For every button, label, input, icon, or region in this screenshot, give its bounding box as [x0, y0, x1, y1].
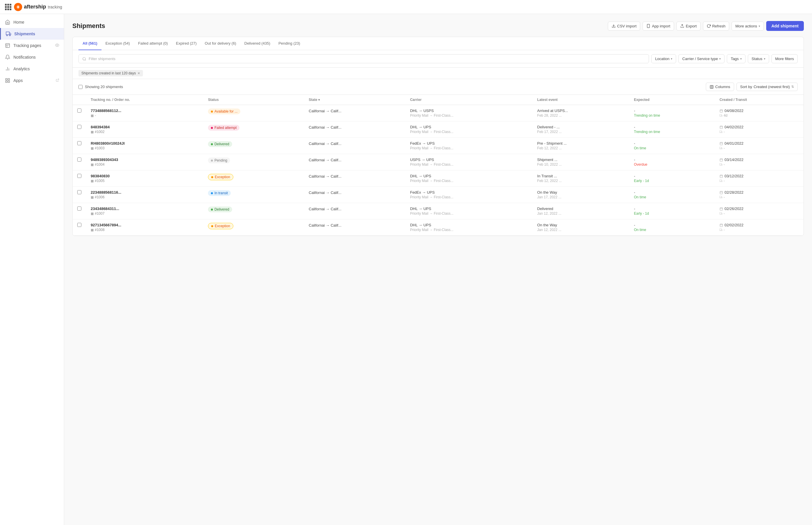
- order-icon: ▦: [91, 130, 94, 134]
- svg-rect-38: [720, 131, 721, 132]
- export-button[interactable]: Export: [676, 21, 701, 31]
- sort-label: Sort by: [740, 85, 752, 89]
- expected-sub: Early - 1d: [634, 179, 710, 183]
- row-checkbox[interactable]: [77, 190, 81, 194]
- tags-filter-button[interactable]: Tags ▾: [727, 54, 745, 63]
- svg-point-88: [720, 230, 720, 231]
- location-filter-button[interactable]: Location ▾: [651, 54, 676, 63]
- status-cell: Exception: [203, 219, 304, 236]
- page-title: Shipments: [72, 22, 105, 30]
- svg-point-40: [720, 132, 720, 133]
- active-filters-row: Shipments created in last 120 days ×: [73, 68, 803, 79]
- row-checkbox[interactable]: [77, 207, 81, 211]
- table-row[interactable]: 848394384 ▦ #1002 Failed attempt Califor…: [73, 121, 803, 138]
- add-shipment-button[interactable]: Add shipment: [766, 21, 804, 31]
- svg-rect-14: [8, 81, 10, 82]
- table-row[interactable]: 9271345667894... ▦ #1008 Exception Calif…: [73, 219, 803, 236]
- columns-button[interactable]: Columns: [706, 82, 734, 91]
- table-row[interactable]: 7734888568112... ▦ - Available for ... C…: [73, 105, 803, 121]
- carrier-sub: Priority Mail → First-Class...: [410, 211, 528, 215]
- active-filter-close-button[interactable]: ×: [138, 71, 140, 75]
- calendar-icon: [720, 191, 723, 194]
- created-cell: 04/08/2022 4d: [715, 105, 803, 121]
- csv-import-button[interactable]: CSV import: [608, 21, 640, 31]
- row-checkbox[interactable]: [77, 158, 81, 162]
- eye-icon: [55, 43, 59, 48]
- sort-button[interactable]: Sort by Created (newest first) ⇅: [736, 82, 798, 91]
- status-badge: Delivered: [208, 141, 232, 147]
- status-filter-button[interactable]: Status ▾: [748, 54, 769, 63]
- tab-all[interactable]: All (561): [78, 37, 102, 50]
- apps-icon: [5, 78, 11, 84]
- tab-exception[interactable]: Exception (54): [102, 37, 134, 50]
- carrier-main: USPS → UPS: [410, 158, 528, 162]
- row-checkbox-cell: [73, 219, 86, 236]
- carrier-service-filter-button[interactable]: Carrier / Service type ▾: [678, 54, 724, 63]
- row-checkbox-cell: [73, 203, 86, 219]
- status-cell: Available for ...: [203, 105, 304, 121]
- row-checkbox[interactable]: [77, 141, 81, 145]
- row-checkbox[interactable]: [77, 223, 81, 227]
- tab-pending[interactable]: Pending (23): [274, 37, 304, 50]
- order-number: ▦ #1003: [91, 146, 199, 150]
- tracking-pages-icon: [5, 43, 11, 48]
- row-checkbox[interactable]: [77, 108, 81, 112]
- active-filter-tag: Shipments created in last 120 days ×: [78, 70, 143, 76]
- carrier-cell: DHL → UPS Priority Mail → First-Class...: [405, 121, 532, 138]
- tab-out-delivery[interactable]: Out for delivery (6): [201, 37, 240, 50]
- svg-point-49: [722, 149, 722, 149]
- sidebar-item-home[interactable]: Home: [0, 16, 64, 28]
- carrier-cell: FedEx → UPS Priority Mail → First-Class.…: [405, 138, 532, 154]
- state-text: Californai → Calif...: [309, 223, 342, 227]
- col-header-state[interactable]: State ▾: [304, 95, 405, 105]
- location-chevron-icon: ▾: [671, 57, 672, 60]
- created-date: 03/12/2022: [720, 174, 799, 178]
- status-badge: Pending: [208, 158, 230, 163]
- svg-rect-70: [720, 196, 721, 197]
- row-checkbox[interactable]: [77, 174, 81, 178]
- sidebar-item-shipments[interactable]: Shipments: [0, 28, 64, 40]
- tab-delivered[interactable]: Delivered (435): [240, 37, 274, 50]
- table-row[interactable]: 2234888568116... ▦ #1006 In transit Cali…: [73, 187, 803, 203]
- table-row[interactable]: 234348684311... ▦ #1007 Delivered Califo…: [73, 203, 803, 219]
- sidebar-item-apps[interactable]: Apps: [0, 75, 64, 86]
- tab-expired[interactable]: Expired (27): [172, 37, 201, 50]
- grid-menu-button[interactable]: [5, 3, 12, 11]
- event-date: Feb 12, 2022 ...: [537, 179, 625, 183]
- sidebar-item-analytics[interactable]: Analytics: [0, 63, 64, 75]
- table-row[interactable]: 983840830 ▦ #1005 Exception Californai →…: [73, 170, 803, 187]
- carrier-main: FedEx → UPS: [410, 141, 528, 146]
- row-checkbox[interactable]: [77, 125, 81, 129]
- created-date: 02/26/2022: [720, 207, 799, 211]
- transit-info: -: [720, 146, 799, 150]
- created-date: 02/02/2022: [720, 223, 799, 227]
- sidebar-item-tracking-pages[interactable]: Tracking pages: [0, 40, 64, 51]
- more-actions-button[interactable]: More actions ▾: [732, 21, 764, 31]
- table-row[interactable]: RH803800#10024JI ▦ #1003 Delivered Calif…: [73, 138, 803, 154]
- row-checkbox-cell: [73, 138, 86, 154]
- carrier-cell: DHL → UPS Priority Mail → First-Class...: [405, 219, 532, 236]
- svg-marker-47: [722, 148, 722, 148]
- order-number: ▦ #1006: [91, 195, 199, 199]
- tracking-number: 234348684311...: [91, 207, 199, 211]
- calendar-icon: [720, 223, 723, 227]
- status-cell: Pending: [203, 154, 304, 170]
- export-label: Export: [686, 24, 697, 28]
- tracking-cell: RH803800#10024JI ▦ #1003: [86, 138, 203, 154]
- app-import-button[interactable]: App import: [643, 21, 674, 31]
- app-import-icon: [646, 24, 650, 28]
- table-row[interactable]: 9489389304343 ▦ #1004 Pending Californai…: [73, 154, 803, 170]
- select-all-checkbox[interactable]: [78, 85, 82, 89]
- search-input[interactable]: [89, 57, 645, 61]
- order-number: ▦ #1004: [91, 163, 199, 167]
- svg-marker-71: [722, 197, 722, 197]
- tab-failed[interactable]: Failed attempt (0): [134, 37, 172, 50]
- svg-rect-82: [720, 224, 722, 227]
- refresh-button[interactable]: Refresh: [703, 21, 730, 31]
- logo-text: aftership: [24, 4, 46, 10]
- more-filters-button[interactable]: More filters: [771, 54, 798, 63]
- sidebar-label-tracking-pages: Tracking pages: [13, 43, 41, 48]
- sidebar-item-notifications[interactable]: Notifications: [0, 51, 64, 63]
- svg-point-8: [57, 45, 58, 46]
- carrier-main: FedEx → UPS: [410, 190, 528, 195]
